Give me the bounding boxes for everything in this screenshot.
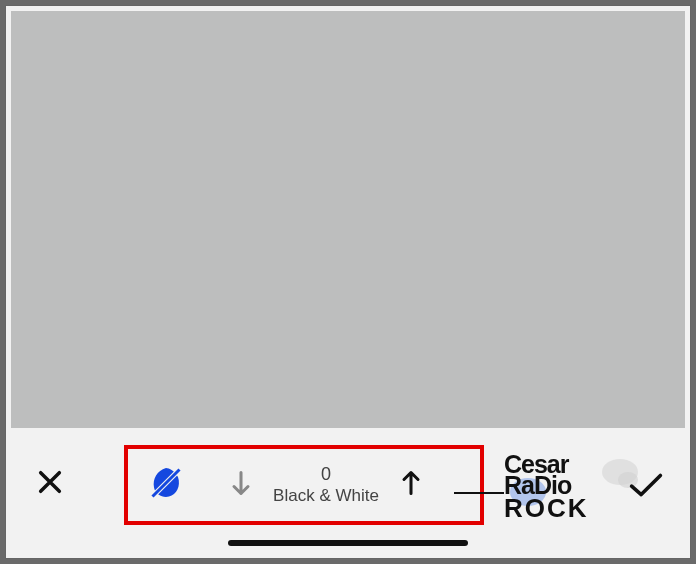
arrow-down-icon	[227, 469, 255, 497]
check-icon	[628, 470, 664, 500]
leaf-icon[interactable]	[148, 465, 184, 505]
watermark-line2: RaDio	[504, 475, 634, 496]
home-indicator[interactable]	[228, 540, 468, 546]
close-icon	[36, 468, 64, 496]
confirm-button[interactable]	[628, 470, 664, 504]
next-filter-button[interactable]	[397, 469, 425, 501]
window-frame: 0 Black & White	[0, 0, 696, 564]
watermark-rule	[454, 492, 504, 494]
filter-label: 0 Black & White	[273, 464, 379, 506]
filter-value: 0	[321, 464, 331, 486]
image-preview-area[interactable]	[11, 11, 685, 428]
previous-filter-button[interactable]	[227, 469, 255, 501]
close-button[interactable]	[36, 468, 64, 500]
watermark-line3: ROCK	[504, 497, 634, 520]
watermark-logo: Cesar RaDio ROCK	[504, 454, 634, 520]
app-canvas: 0 Black & White	[5, 5, 691, 559]
editor-toolbar: 0 Black & White	[6, 428, 690, 558]
filter-stepper: 0 Black & White	[184, 464, 468, 506]
filter-name: Black & White	[273, 486, 379, 506]
arrow-up-icon	[397, 469, 425, 497]
filter-control-highlight: 0 Black & White	[124, 445, 484, 525]
